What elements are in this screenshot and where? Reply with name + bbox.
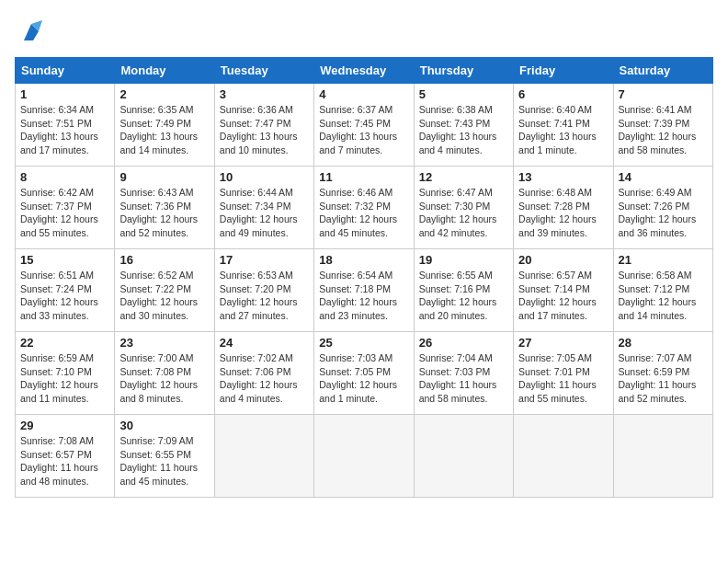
day-number: 13 — [518, 170, 608, 184]
calendar-header-row: SundayMondayTuesdayWednesdayThursdayFrid… — [16, 58, 713, 84]
day-info: Sunrise: 6:52 AMSunset: 7:22 PMDaylight:… — [119, 269, 209, 323]
day-info: Sunrise: 7:00 AMSunset: 7:08 PMDaylight:… — [119, 351, 209, 406]
day-info: Sunrise: 6:59 AMSunset: 7:10 PMDaylight:… — [20, 351, 109, 406]
header-thursday: Thursday — [414, 58, 513, 84]
day-number: 5 — [419, 87, 508, 101]
calendar-day-16: 16Sunrise: 6:52 AMSunset: 7:22 PMDayligh… — [115, 249, 214, 332]
calendar-day-20: 20Sunrise: 6:57 AMSunset: 7:14 PMDayligh… — [514, 249, 613, 332]
calendar-day-11: 11Sunrise: 6:46 AMSunset: 7:32 PMDayligh… — [314, 167, 414, 249]
header-tuesday: Tuesday — [214, 58, 313, 84]
day-number: 7 — [619, 87, 708, 101]
header-friday: Friday — [514, 58, 613, 84]
day-info: Sunrise: 7:04 AMSunset: 7:03 PMDaylight:… — [419, 351, 508, 406]
logo-icon — [15, 15, 48, 48]
day-info: Sunrise: 6:35 AMSunset: 7:49 PMDaylight:… — [119, 103, 209, 157]
calendar-day-7: 7Sunrise: 6:41 AMSunset: 7:39 PMDaylight… — [613, 84, 712, 167]
day-info: Sunrise: 7:07 AMSunset: 6:59 PMDaylight:… — [619, 351, 708, 406]
day-number: 2 — [119, 87, 209, 101]
calendar-day-26: 26Sunrise: 7:04 AMSunset: 7:03 PMDayligh… — [414, 332, 513, 415]
calendar-day-5: 5Sunrise: 6:38 AMSunset: 7:43 PMDaylight… — [414, 84, 513, 167]
calendar-day-empty — [613, 415, 712, 498]
day-info: Sunrise: 6:53 AMSunset: 7:20 PMDaylight:… — [220, 269, 309, 323]
calendar-table: SundayMondayTuesdayWednesdayThursdayFrid… — [15, 57, 713, 498]
day-info: Sunrise: 7:09 AMSunset: 6:55 PMDaylight:… — [119, 434, 209, 488]
calendar-day-12: 12Sunrise: 6:47 AMSunset: 7:30 PMDayligh… — [414, 167, 513, 249]
calendar-week-1: 1Sunrise: 6:34 AMSunset: 7:51 PMDaylight… — [16, 84, 713, 167]
calendar-day-empty — [314, 415, 414, 498]
day-info: Sunrise: 6:57 AMSunset: 7:14 PMDaylight:… — [518, 269, 608, 323]
day-info: Sunrise: 6:36 AMSunset: 7:47 PMDaylight:… — [220, 103, 309, 157]
day-info: Sunrise: 6:42 AMSunset: 7:37 PMDaylight:… — [20, 186, 109, 240]
header-sunday: Sunday — [16, 58, 115, 84]
calendar-day-23: 23Sunrise: 7:00 AMSunset: 7:08 PMDayligh… — [115, 332, 214, 415]
calendar-day-15: 15Sunrise: 6:51 AMSunset: 7:24 PMDayligh… — [16, 249, 115, 332]
calendar-day-22: 22Sunrise: 6:59 AMSunset: 7:10 PMDayligh… — [16, 332, 115, 415]
day-info: Sunrise: 6:47 AMSunset: 7:30 PMDaylight:… — [419, 186, 508, 240]
logo — [15, 15, 51, 48]
day-info: Sunrise: 7:03 AMSunset: 7:05 PMDaylight:… — [319, 351, 408, 406]
calendar-day-25: 25Sunrise: 7:03 AMSunset: 7:05 PMDayligh… — [314, 332, 414, 415]
calendar-day-6: 6Sunrise: 6:40 AMSunset: 7:41 PMDaylight… — [514, 84, 613, 167]
day-number: 17 — [220, 253, 309, 267]
day-number: 1 — [20, 87, 109, 101]
calendar-day-19: 19Sunrise: 6:55 AMSunset: 7:16 PMDayligh… — [414, 249, 513, 332]
day-number: 18 — [319, 253, 408, 267]
calendar-day-10: 10Sunrise: 6:44 AMSunset: 7:34 PMDayligh… — [214, 167, 313, 249]
calendar-week-3: 15Sunrise: 6:51 AMSunset: 7:24 PMDayligh… — [16, 249, 713, 332]
day-number: 29 — [20, 419, 109, 432]
header-wednesday: Wednesday — [314, 58, 414, 84]
day-number: 20 — [518, 253, 608, 267]
day-number: 23 — [119, 336, 209, 350]
calendar-day-27: 27Sunrise: 7:05 AMSunset: 7:01 PMDayligh… — [514, 332, 613, 415]
day-number: 10 — [220, 170, 309, 184]
day-number: 21 — [619, 253, 708, 267]
day-number: 19 — [419, 253, 508, 267]
day-number: 3 — [220, 87, 309, 101]
day-info: Sunrise: 6:58 AMSunset: 7:12 PMDaylight:… — [619, 269, 708, 323]
calendar-week-5: 29Sunrise: 7:08 AMSunset: 6:57 PMDayligh… — [16, 415, 713, 498]
calendar-day-14: 14Sunrise: 6:49 AMSunset: 7:26 PMDayligh… — [613, 167, 712, 249]
day-number: 28 — [619, 336, 708, 350]
calendar-day-4: 4Sunrise: 6:37 AMSunset: 7:45 PMDaylight… — [314, 84, 414, 167]
day-number: 16 — [119, 253, 209, 267]
calendar-day-13: 13Sunrise: 6:48 AMSunset: 7:28 PMDayligh… — [514, 167, 613, 249]
day-info: Sunrise: 6:37 AMSunset: 7:45 PMDaylight:… — [319, 103, 408, 157]
calendar-day-1: 1Sunrise: 6:34 AMSunset: 7:51 PMDaylight… — [16, 84, 115, 167]
day-number: 24 — [220, 336, 309, 350]
calendar-day-3: 3Sunrise: 6:36 AMSunset: 7:47 PMDaylight… — [214, 84, 313, 167]
calendar-day-29: 29Sunrise: 7:08 AMSunset: 6:57 PMDayligh… — [16, 415, 115, 498]
day-number: 26 — [419, 336, 508, 350]
calendar-day-30: 30Sunrise: 7:09 AMSunset: 6:55 PMDayligh… — [115, 415, 214, 498]
calendar-day-2: 2Sunrise: 6:35 AMSunset: 7:49 PMDaylight… — [115, 84, 214, 167]
day-info: Sunrise: 6:44 AMSunset: 7:34 PMDaylight:… — [220, 186, 309, 240]
day-info: Sunrise: 7:05 AMSunset: 7:01 PMDaylight:… — [518, 351, 608, 406]
calendar-day-17: 17Sunrise: 6:53 AMSunset: 7:20 PMDayligh… — [214, 249, 313, 332]
day-info: Sunrise: 6:49 AMSunset: 7:26 PMDaylight:… — [619, 186, 708, 240]
day-info: Sunrise: 6:54 AMSunset: 7:18 PMDaylight:… — [319, 269, 408, 323]
day-info: Sunrise: 6:55 AMSunset: 7:16 PMDaylight:… — [419, 269, 508, 323]
calendar-day-empty — [214, 415, 313, 498]
calendar-day-9: 9Sunrise: 6:43 AMSunset: 7:36 PMDaylight… — [115, 167, 214, 249]
day-number: 8 — [20, 170, 109, 184]
day-info: Sunrise: 6:46 AMSunset: 7:32 PMDaylight:… — [319, 186, 408, 240]
calendar-day-empty — [514, 415, 613, 498]
day-info: Sunrise: 6:34 AMSunset: 7:51 PMDaylight:… — [20, 103, 109, 157]
day-number: 4 — [319, 87, 408, 101]
calendar-day-28: 28Sunrise: 7:07 AMSunset: 6:59 PMDayligh… — [613, 332, 712, 415]
calendar-week-4: 22Sunrise: 6:59 AMSunset: 7:10 PMDayligh… — [16, 332, 713, 415]
calendar-day-8: 8Sunrise: 6:42 AMSunset: 7:37 PMDaylight… — [16, 167, 115, 249]
day-number: 9 — [119, 170, 209, 184]
day-info: Sunrise: 6:51 AMSunset: 7:24 PMDaylight:… — [20, 269, 109, 323]
day-number: 22 — [20, 336, 109, 350]
day-number: 6 — [518, 87, 608, 101]
calendar-day-18: 18Sunrise: 6:54 AMSunset: 7:18 PMDayligh… — [314, 249, 414, 332]
day-number: 25 — [319, 336, 408, 350]
page-header — [15, 15, 713, 48]
calendar-day-empty — [414, 415, 513, 498]
day-number: 14 — [619, 170, 708, 184]
calendar-day-21: 21Sunrise: 6:58 AMSunset: 7:12 PMDayligh… — [613, 249, 712, 332]
day-number: 11 — [319, 170, 408, 184]
day-info: Sunrise: 6:38 AMSunset: 7:43 PMDaylight:… — [419, 103, 508, 157]
header-monday: Monday — [115, 58, 214, 84]
day-info: Sunrise: 6:40 AMSunset: 7:41 PMDaylight:… — [518, 103, 608, 157]
